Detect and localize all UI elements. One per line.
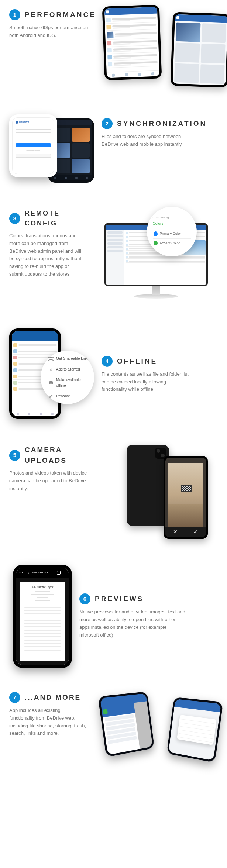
feature-title: OFFLINE — [117, 356, 157, 367]
primary-color-row[interactable]: Primary Color — [153, 229, 191, 238]
rename-row[interactable]: Rename — [49, 391, 89, 402]
context-menu[interactable] — [177, 715, 217, 745]
colors-label: Colors — [153, 221, 191, 226]
phones-mockup: ✕ ✓ — [113, 445, 218, 541]
feature-sync: BEDRIVE ――― or ――― 2 SYNCHRONIZATION Fil… — [0, 105, 227, 199]
zoom-detail: Get Shareable Link ☆Add to Starred Make … — [41, 351, 94, 404]
cancel-icon[interactable]: ✕ — [173, 528, 178, 536]
drop-icon — [154, 231, 158, 236]
preview-filename: example.pdf — [32, 571, 54, 575]
feature-text: 5 CAMERA UPLOADS Photos and videos taken… — [9, 445, 105, 492]
phones-mockup — [103, 9, 227, 90]
feature-text: 7 ...AND MORE App includes all existing … — [9, 692, 87, 737]
feature-desc: Native previews for audio, video, images… — [79, 608, 186, 639]
confirm-icon[interactable]: ✓ — [193, 528, 198, 536]
email-field[interactable] — [16, 129, 51, 133]
back-icon[interactable]: ‹ — [28, 570, 29, 576]
zoom-detail: Customizing Colors Primary Color Accent … — [147, 207, 197, 256]
feature-previews: 5:31 ‹ example.pdf ⋮ An Example Paper 6 … — [0, 555, 227, 683]
feature-desc: File contents as well as file and folder… — [102, 371, 197, 393]
phone-mockup: Get Shareable Link ☆Add to Starred Make … — [9, 328, 94, 421]
phone-back — [127, 445, 169, 526]
feature-title: REMOTE CONFIG — [25, 209, 83, 228]
phone-back — [170, 12, 227, 87]
feature-offline: Get Shareable Link ☆Add to Starred Make … — [0, 319, 227, 435]
phones-mockup: BEDRIVE ――― or ――― — [9, 114, 94, 185]
menu-icon[interactable]: ⋮ — [63, 571, 66, 575]
feature-number: 1 — [9, 9, 20, 20]
feature-title: PERFORMANCE — [25, 10, 96, 20]
pdf-page: An Example Paper — [20, 582, 65, 661]
link-icon — [49, 356, 53, 361]
feature-camera: 5 CAMERA UPLOADS Photos and videos taken… — [0, 435, 227, 555]
social-login[interactable] — [16, 154, 51, 158]
photo-preview — [168, 463, 203, 527]
feature-title: CAMERA UPLOADS — [25, 445, 105, 466]
feature-text: 1 PERFORMANCE Smooth native 60fps perfor… — [9, 9, 96, 39]
pencil-icon — [49, 394, 53, 399]
phone-front — [102, 4, 162, 80]
phone-right — [167, 697, 223, 763]
feature-desc: Photos and videos taken with device came… — [9, 469, 102, 492]
phone-mockup: 5:31 ‹ example.pdf ⋮ An Example Paper — [13, 565, 72, 668]
drop-icon — [154, 241, 158, 245]
feature-more: 7 ...AND MORE App includes all existing … — [0, 683, 227, 777]
feature-number: 5 — [9, 450, 20, 461]
feature-number: 3 — [9, 213, 20, 224]
offline-row[interactable]: Make available offline — [49, 375, 89, 391]
feature-desc: Smooth native 60fps performance on both … — [9, 24, 96, 39]
feature-desc: Colors, translations, menus and more can… — [9, 232, 83, 278]
feature-title: ...AND MORE — [25, 692, 81, 703]
customizing-label: Customizing — [153, 216, 191, 220]
checker-icon — [181, 485, 192, 492]
feature-number: 7 — [9, 692, 20, 703]
time-label: 5:31 — [19, 571, 25, 575]
phones-mockup — [94, 692, 220, 762]
feature-text: 4 OFFLINE File contents as well as file … — [102, 356, 218, 393]
accent-color-row[interactable]: Accent Color — [153, 238, 191, 248]
feature-number: 2 — [102, 118, 113, 129]
camera-module-icon — [155, 448, 166, 459]
feature-text: 2 SYNCHRONIZATION Files and folders are … — [102, 114, 218, 148]
feature-title: SYNCHRONIZATION — [117, 118, 207, 129]
cloud-download-icon — [49, 380, 53, 385]
feature-number: 4 — [102, 356, 113, 367]
phone-left — [98, 692, 154, 757]
monitor-mockup: Customizing Colors Primary Color Accent … — [90, 209, 218, 304]
doc-title: An Example Paper — [23, 585, 62, 589]
share-link-row[interactable]: Get Shareable Link — [49, 353, 89, 364]
add-starred-row[interactable]: ☆Add to Starred — [49, 364, 89, 375]
feature-title: PREVIEWS — [95, 594, 144, 604]
phone-light: BEDRIVE ――― or ――― — [9, 114, 57, 177]
feature-desc: Files and folders are synced between BeD… — [102, 133, 197, 148]
share-icon[interactable] — [57, 571, 61, 575]
star-icon: ☆ — [49, 367, 53, 372]
phone-front: ✕ ✓ — [164, 456, 208, 539]
login-button[interactable] — [16, 143, 51, 147]
feature-text: 6 PREVIEWS Native previews for audio, vi… — [79, 593, 218, 639]
password-field[interactable] — [16, 135, 51, 138]
feature-text: 3 REMOTE CONFIG Colors, translations, me… — [9, 209, 83, 278]
feature-desc: App includes all existing functionality … — [9, 707, 87, 737]
feature-number: 6 — [79, 593, 90, 604]
feature-remote-config: 3 REMOTE CONFIG Colors, translations, me… — [0, 199, 227, 319]
app-logo: BEDRIVE — [16, 121, 51, 124]
feature-performance: 1 PERFORMANCE Smooth native 60fps perfor… — [0, 0, 227, 105]
